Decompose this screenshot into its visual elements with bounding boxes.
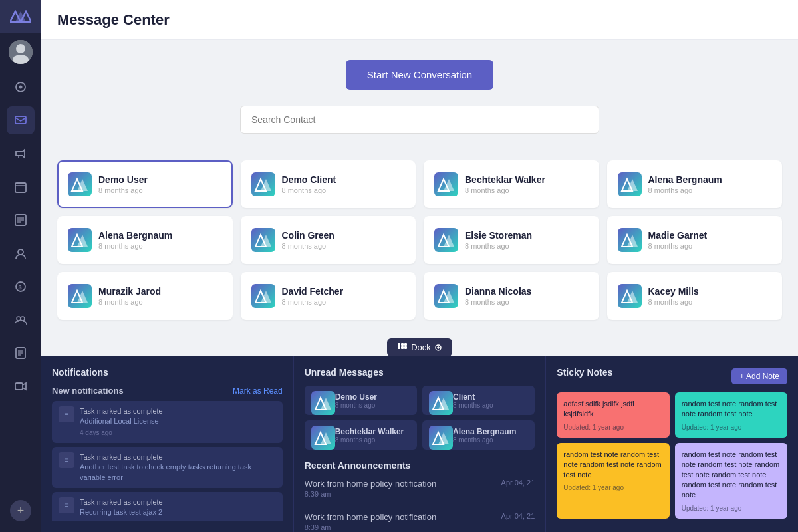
megaphone-icon[interactable] [7,140,35,168]
video-icon[interactable] [7,372,35,400]
finance-icon[interactable]: $ [7,273,35,301]
message-item[interactable]: Client 8 months ago [422,386,535,415]
contacts-grid: Demo User 8 months ago Demo Client 8 mon… [41,160,798,333]
notifications-panel: Notifications New notifications Mark as … [41,356,294,532]
msg-avatar [311,391,330,410]
notif-time: 4 days ago [80,428,163,438]
contact-card[interactable]: Colin Green 8 months ago [241,216,416,264]
notification-header: New notifications Mark as Read [52,386,283,396]
sticky-note[interactable]: random test note random test note random… [557,443,669,519]
contact-time: 8 months ago [98,242,172,250]
sticky-notes-panel: Sticky Notes + Add Note adfasf sdlfk jsd… [546,356,798,532]
svg-rect-64 [398,343,400,346]
msg-avatar [429,391,448,410]
announcement-title: Work from home policy notification [305,512,436,522]
dock-button[interactable]: Dock [387,338,452,356]
contact-card[interactable]: Alena Bergnaum 8 months ago [607,160,783,208]
svg-point-4 [16,44,25,53]
svg-point-22 [21,317,25,321]
msg-name: Bechteklar Walker [335,427,404,436]
dashboard-icon[interactable] [7,73,35,101]
msg-info: Bechteklar Walker 8 months ago [335,427,404,444]
files-icon[interactable] [7,339,35,367]
user-avatar[interactable] [9,40,33,64]
contact-card[interactable]: Madie Garnet 8 months ago [607,216,783,264]
message-item[interactable]: Alena Bergnaum 8 months ago [422,420,535,450]
contact-info: Bechteklar Walker 8 months ago [465,174,545,194]
contact-name: Alena Bergnaum [98,230,172,241]
svg-rect-27 [15,383,23,390]
contact-card[interactable]: Demo Client 8 months ago [241,160,416,208]
contact-card[interactable]: Dianna Nicolas 8 months ago [424,272,599,320]
contact-card[interactable]: Murazik Jarod 8 months ago [57,272,233,320]
contact-avatar [68,228,92,252]
contact-name: Elsie Storeman [465,230,532,241]
notifications-title: Notifications [52,367,283,378]
contact-card[interactable]: David Fetcher 8 months ago [241,272,416,320]
bottom-dock: Notifications New notifications Mark as … [41,356,798,532]
search-input[interactable] [240,106,599,134]
message-item[interactable]: Bechteklar Walker 8 months ago [305,420,417,450]
announcement-time: 8:39 am [305,523,436,531]
users-icon[interactable] [7,306,35,334]
contact-avatar [618,172,642,196]
sticky-text: random test note random test note random… [682,399,781,420]
top-section: Start New Conversation [41,40,798,160]
tasks-icon[interactable] [7,206,35,234]
contact-avatar [618,284,642,308]
contact-time: 8 months ago [282,298,344,306]
contact-card[interactable]: Elsie Storeman 8 months ago [424,216,599,264]
contact-time: 8 months ago [648,298,699,306]
message-icon[interactable] [7,106,35,134]
svg-rect-65 [401,343,404,346]
new-conversation-button[interactable]: Start New Conversation [346,60,493,90]
contact-card[interactable]: Alena Bergnaum 8 months ago [57,216,233,264]
contact-avatar [434,172,458,196]
svg-point-18 [18,249,23,255]
svg-point-21 [17,317,21,321]
sticky-text: random test note random test note random… [563,450,662,480]
notif-text: Task marked as completeAdditional Local … [80,406,163,438]
dock-label: Dock [411,342,431,352]
sticky-grid: adfasf sdlfk jsdlfk jsdfl ksjdfsldfk Upd… [557,392,787,519]
sticky-note[interactable]: random test note random test note random… [675,443,787,519]
notif-text: Task marked as completeRecurring task te… [80,497,163,521]
sticky-note[interactable]: random test note random test note random… [675,392,787,438]
contact-time: 8 months ago [648,242,708,250]
announcements-list: Work from home policy notification 8:39 … [305,479,535,532]
sticky-updated: Updated: 1 year ago [682,505,781,512]
msg-name: Alena Bergnaum [453,427,516,436]
sidebar: $ + [0,0,41,532]
message-item[interactable]: Demo User 8 months ago [305,386,417,415]
svg-rect-67 [398,346,400,349]
contacts-icon[interactable] [7,239,35,267]
svg-point-7 [19,86,23,89]
announcement-content: Work from home policy notification 8:39 … [305,512,436,531]
contact-card[interactable]: Bechteklar Walker 8 months ago [424,160,599,208]
notification-item: ≡ Task marked as completeRecurring task … [52,492,283,521]
contact-name: Alena Bergnaum [648,174,722,185]
contact-info: Demo User 8 months ago [98,174,148,194]
contact-name: Dianna Nicolas [465,286,531,297]
notif-time: 1 month ago [80,519,163,521]
announcements-section: Recent Announcements Work from home poli… [305,460,535,532]
sticky-updated: Updated: 1 year ago [563,484,662,491]
calendar-icon[interactable] [7,173,35,201]
contact-card[interactable]: Demo User 8 months ago [57,160,233,208]
svg-rect-69 [404,346,407,349]
contact-time: 8 months ago [98,186,148,194]
msg-name: Client [453,392,493,402]
sticky-note[interactable]: adfasf sdlfk jsdlfk jsdfl ksjdfsldfk Upd… [557,392,669,438]
contact-name: Murazik Jarod [98,286,161,297]
messages-grid: Demo User 8 months ago Client 8 months a… [305,386,535,450]
contact-card[interactable]: Kacey Mills 8 months ago [607,272,783,320]
content-area: Start New Conversation Demo User 8 month… [41,40,798,532]
add-note-button[interactable]: + Add Note [732,368,787,384]
contact-name: David Fetcher [282,286,344,297]
contact-name: Madie Garnet [648,230,708,241]
contact-time: 8 months ago [465,242,532,250]
mark-read-link[interactable]: Mark as Read [233,386,283,396]
sticky-text: random test note random test note random… [682,450,781,501]
contact-info: Elsie Storeman 8 months ago [465,230,532,250]
add-button[interactable]: + [10,500,31,521]
